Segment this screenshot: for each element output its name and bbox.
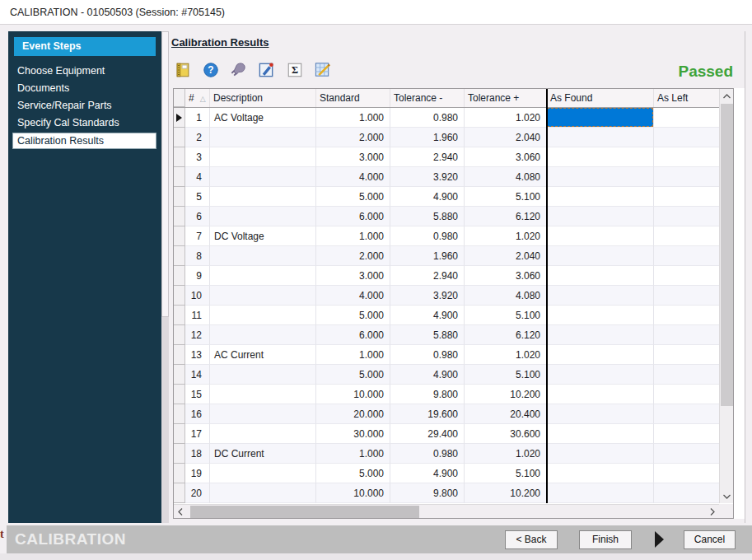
cell-number[interactable]: 11 (185, 306, 210, 325)
cell-number[interactable]: 16 (185, 404, 210, 424)
column-header-tolerance-minus[interactable]: Tolerance - (390, 89, 465, 107)
cell-tolerance-minus[interactable]: 9.800 (390, 483, 465, 503)
cell-standard[interactable]: 3.000 (316, 147, 390, 167)
cell-as-found[interactable] (547, 128, 654, 147)
cell-tolerance-minus[interactable]: 0.980 (390, 444, 465, 464)
edit-icon[interactable] (257, 59, 276, 80)
cell-tolerance-plus[interactable]: 2.040 (465, 246, 547, 266)
cell-standard[interactable]: 6.000 (316, 325, 390, 345)
cell-as-found[interactable] (547, 444, 654, 464)
cell-as-left[interactable] (654, 424, 719, 444)
cell-as-left[interactable] (654, 345, 719, 365)
cell-description[interactable] (210, 266, 316, 286)
cell-as-left[interactable] (654, 385, 719, 404)
cell-tolerance-plus[interactable]: 5.100 (465, 187, 547, 207)
row-selector[interactable] (174, 266, 185, 286)
cell-as-found[interactable] (547, 325, 654, 345)
table-row[interactable]: 8 2.000 1.960 2.040 (174, 246, 719, 266)
cell-as-left[interactable] (654, 483, 719, 503)
table-vertical-scrollbar[interactable] (719, 89, 733, 503)
cell-tolerance-minus[interactable]: 4.900 (390, 187, 465, 207)
column-header-as-found[interactable]: As Found (547, 89, 654, 107)
cell-standard[interactable]: 4.000 (316, 286, 390, 306)
cell-as-found[interactable] (547, 306, 654, 325)
cell-as-left[interactable] (654, 128, 719, 147)
column-header-description[interactable]: Description (210, 89, 316, 107)
table-row[interactable]: 6 6.000 5.880 6.120 (174, 207, 719, 226)
cell-as-found[interactable] (547, 286, 654, 306)
cell-description[interactable]: AC Current (210, 345, 316, 365)
table-row[interactable]: 17 30.000 29.400 30.600 (174, 424, 719, 444)
column-header-standard[interactable]: Standard (316, 89, 390, 107)
cell-standard[interactable]: 5.000 (316, 365, 390, 385)
cell-tolerance-minus[interactable]: 1.960 (390, 128, 465, 147)
row-selector[interactable] (174, 147, 185, 167)
cell-tolerance-minus[interactable]: 0.980 (390, 226, 465, 246)
cell-as-left[interactable] (654, 246, 719, 266)
cell-as-found[interactable] (547, 207, 654, 226)
cell-number[interactable]: 8 (185, 246, 210, 266)
cell-standard[interactable]: 1.000 (316, 108, 390, 128)
cell-number[interactable]: 13 (185, 345, 210, 365)
cell-as-left[interactable] (654, 365, 719, 385)
cell-as-left[interactable] (654, 226, 719, 246)
cell-number[interactable]: 4 (185, 167, 210, 187)
cell-number[interactable]: 12 (185, 325, 210, 345)
cell-tolerance-minus[interactable]: 2.940 (390, 147, 465, 167)
table-row[interactable]: 1 AC Voltage 1.000 0.980 1.020 (174, 108, 719, 128)
table-row[interactable]: 3 3.000 2.940 3.060 (174, 147, 719, 167)
cell-tolerance-minus[interactable]: 19.600 (390, 404, 465, 424)
cell-as-left[interactable] (654, 207, 719, 226)
row-selector[interactable] (174, 365, 185, 385)
cell-tolerance-plus[interactable]: 2.040 (465, 128, 547, 147)
cell-tolerance-plus[interactable]: 5.100 (465, 464, 547, 483)
cell-number[interactable]: 6 (185, 207, 210, 226)
cell-number[interactable]: 14 (185, 365, 210, 385)
table-row[interactable]: 5 5.000 4.900 5.100 (174, 187, 719, 207)
cell-tolerance-minus[interactable]: 5.880 (390, 207, 465, 226)
horizontal-scrollbar-thumb[interactable] (190, 506, 419, 518)
cell-tolerance-plus[interactable]: 6.120 (465, 325, 547, 345)
table-row[interactable]: 16 20.000 19.600 20.400 (174, 404, 719, 424)
table-row[interactable]: 13 AC Current 1.000 0.980 1.020 (174, 345, 719, 365)
table-row[interactable]: 15 10.000 9.800 10.200 (174, 385, 719, 404)
cell-tolerance-minus[interactable]: 0.980 (390, 345, 465, 365)
cell-number[interactable]: 18 (185, 444, 210, 464)
cell-description[interactable]: DC Voltage (210, 226, 316, 246)
sidebar-item-calibration-results[interactable]: Calibration Results (12, 133, 156, 149)
row-selector[interactable] (174, 306, 185, 325)
sidebar-item-specify-cal-standards[interactable]: Specify Cal Standards (8, 114, 161, 132)
cell-as-found[interactable] (547, 365, 654, 385)
cell-tolerance-plus[interactable]: 1.020 (465, 345, 547, 365)
cancel-button[interactable]: Cancel (684, 530, 736, 549)
row-selector[interactable] (174, 385, 185, 404)
sigma-icon[interactable]: Σ (285, 59, 304, 80)
play-arrow-icon[interactable] (654, 531, 665, 548)
cell-as-found[interactable] (547, 266, 654, 286)
cell-as-found[interactable] (547, 345, 654, 365)
cell-tolerance-plus[interactable]: 10.200 (465, 385, 547, 404)
cell-description[interactable] (210, 424, 316, 444)
cell-standard[interactable]: 5.000 (316, 187, 390, 207)
cell-as-found[interactable] (547, 167, 654, 187)
cell-as-found[interactable] (547, 404, 654, 424)
cell-as-found[interactable] (547, 246, 654, 266)
cell-tolerance-plus[interactable]: 1.020 (465, 444, 547, 464)
row-selector[interactable] (174, 187, 185, 207)
cell-tolerance-minus[interactable]: 3.920 (390, 286, 465, 306)
cell-standard[interactable]: 10.000 (316, 483, 390, 503)
cell-description[interactable] (210, 187, 316, 207)
row-selector[interactable] (174, 404, 185, 424)
row-selector[interactable] (174, 207, 185, 226)
notes-icon[interactable] (173, 59, 192, 80)
cell-standard[interactable]: 3.000 (316, 266, 390, 286)
cell-number[interactable]: 7 (185, 226, 210, 246)
cell-tolerance-plus[interactable]: 30.600 (465, 424, 547, 444)
cell-tolerance-minus[interactable]: 2.940 (390, 266, 465, 286)
cell-tolerance-minus[interactable]: 29.400 (390, 424, 465, 444)
back-button[interactable]: < Back (505, 530, 558, 549)
cell-description[interactable] (210, 365, 316, 385)
cell-as-found[interactable] (547, 464, 654, 483)
cell-number[interactable]: 19 (185, 464, 210, 483)
cell-standard[interactable]: 4.000 (316, 167, 390, 187)
